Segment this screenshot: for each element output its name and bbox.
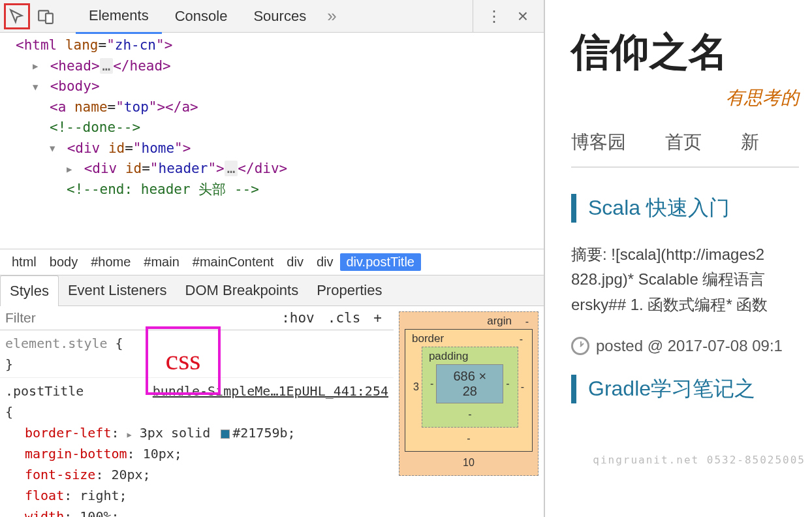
new-style-rule-button[interactable]: + (367, 310, 388, 326)
expand-caret-icon[interactable]: ▼ (33, 80, 42, 94)
breadcrumb: htmlbody#home#main#mainContentdivdivdiv.… (0, 249, 544, 275)
kebab-menu-button[interactable]: ⋮ (481, 3, 507, 29)
css-property[interactable]: font-size: 20px; (5, 464, 388, 485)
breadcrumb-item[interactable]: #home (84, 253, 137, 271)
styles-subtab[interactable]: DOM Breakpoints (176, 275, 308, 306)
styles-subtab[interactable]: Event Listeners (59, 275, 176, 306)
ellipsis-expand[interactable]: … (100, 58, 114, 74)
hov-toggle[interactable]: :hov (275, 310, 321, 326)
post-title-1[interactable]: Scala 快速入门 (571, 194, 799, 223)
box-model-margin[interactable]: argin - border - 3 padding - 686 × 28 (399, 311, 539, 476)
cls-toggle[interactable]: .cls (321, 310, 367, 326)
devtools-toolbar: Elements Console Sources » ⋮ × (0, 0, 544, 33)
breadcrumb-item[interactable]: body (43, 253, 84, 271)
cursor-icon (8, 8, 25, 25)
css-property[interactable]: float: right; (5, 485, 388, 506)
dom-node[interactable]: ▶ <div id="header">…</div> (7, 159, 537, 180)
dom-node[interactable]: ▼ <body> (7, 76, 537, 97)
expand-caret-icon[interactable]: ▶ (33, 59, 42, 73)
dom-tree[interactable]: <html lang="zh-cn">▶ <head>…</head>▼ <bo… (0, 33, 544, 249)
css-property[interactable]: margin-bottom: 10px; (5, 443, 388, 464)
device-toolbar-button[interactable] (33, 3, 59, 29)
tab-console[interactable]: Console (162, 0, 241, 33)
styles-subtabs: StylesEvent ListenersDOM BreakpointsProp… (0, 275, 544, 306)
styles-panel: :hov .cls + css element.style { } .postT… (0, 306, 544, 517)
selector-element-style: element.style (5, 336, 108, 351)
clock-icon (571, 337, 589, 355)
styles-subtab[interactable]: Properties (307, 275, 391, 306)
page-preview: 信仰之名 有思考的 博客园 首页 新 Scala 快速入门 摘要: ![scal… (545, 0, 812, 517)
devices-icon (37, 8, 54, 25)
box-model-content[interactable]: 686 × 28 (436, 364, 503, 403)
nav-link-cnblogs[interactable]: 博客园 (571, 130, 626, 155)
dom-node[interactable]: <html lang="zh-cn"> (7, 35, 537, 56)
box-model: argin - border - 3 padding - 686 × 28 (394, 306, 544, 517)
styles-filter-input[interactable] (5, 310, 275, 326)
styles-filter-row: :hov .cls + (0, 306, 394, 330)
breadcrumb-item[interactable]: div (310, 253, 340, 271)
box-model-border[interactable]: border - 3 padding - 686 × 28 - (405, 329, 533, 452)
dom-node[interactable]: ▶ <head>…</head> (7, 56, 537, 77)
breadcrumb-item[interactable]: div (280, 253, 310, 271)
inspect-element-button[interactable] (4, 3, 30, 29)
breadcrumb-item[interactable]: div.postTitle (340, 253, 421, 271)
rule-selector: .postTitle (5, 383, 84, 399)
post-summary-1: 摘要: ![scala](http://images2828.jpg)* Sca… (571, 242, 799, 317)
rule-posttitle-section[interactable]: .postTitle bundle-SimpleMe…1EpUHL_441:25… (0, 378, 394, 517)
nav-link-home[interactable]: 首页 (665, 130, 702, 155)
element-style-section[interactable]: css element.style { } (0, 330, 394, 378)
dom-node[interactable]: ▼ <div id="home"> (7, 138, 537, 159)
nav-links: 博客园 首页 新 (571, 130, 799, 168)
expand-caret-icon[interactable]: ▶ (67, 163, 76, 176)
svg-rect-1 (46, 13, 53, 23)
expand-caret-icon[interactable]: ▼ (50, 142, 59, 155)
site-title[interactable]: 信仰之名 (571, 26, 799, 79)
dom-node[interactable]: <a name="top"></a> (7, 97, 537, 118)
close-devtools-button[interactable]: × (510, 3, 536, 29)
more-tabs-button[interactable]: » (319, 6, 344, 26)
css-property[interactable]: width: 100%; (5, 506, 388, 517)
watermark: qingruanit.net 0532-85025005 (593, 454, 805, 466)
dom-node[interactable]: <!--done--> (7, 118, 537, 138)
close-icon: × (518, 6, 528, 27)
site-subtitle: 有思考的 (571, 86, 799, 110)
ellipsis-expand[interactable]: … (225, 161, 238, 176)
kebab-icon: ⋮ (486, 7, 502, 25)
rule-source-link[interactable]: bundle-SimpleMe…1EpUHL_441:254 (153, 381, 388, 401)
box-model-padding[interactable]: padding - 686 × 28 - - (422, 347, 518, 428)
css-property[interactable]: border-left: ▶ 3px solid #21759b; (5, 422, 388, 443)
tab-sources[interactable]: Sources (240, 0, 319, 33)
breadcrumb-item[interactable]: #mainContent (186, 253, 281, 271)
devtools-panel: Elements Console Sources » ⋮ × <html lan… (0, 0, 545, 517)
color-swatch-icon[interactable] (221, 430, 230, 439)
post-meta-1: posted @ 2017-07-08 09:1 (571, 337, 799, 355)
styles-subtab[interactable]: Styles (0, 275, 59, 306)
breadcrumb-item[interactable]: #main (137, 253, 185, 271)
breadcrumb-item[interactable]: html (5, 253, 43, 271)
post-title-2[interactable]: Gradle学习笔记之 (571, 375, 799, 403)
nav-link-new[interactable]: 新 (741, 130, 759, 155)
dom-node[interactable]: <!--end: header 头部 --> (7, 180, 537, 200)
tab-elements[interactable]: Elements (76, 0, 162, 34)
